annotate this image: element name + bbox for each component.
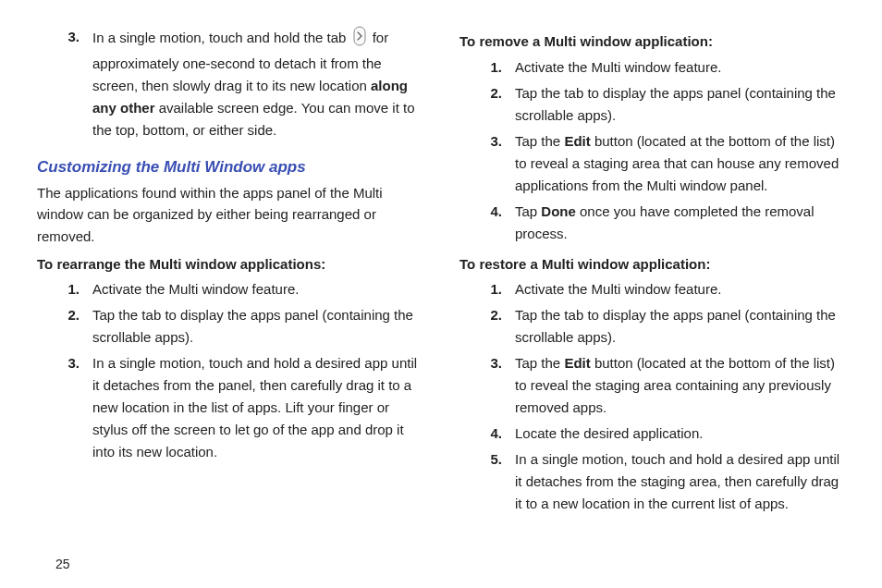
- step-number: 4.: [476, 423, 502, 445]
- step-text: Locate the desired application.: [515, 423, 845, 445]
- intro-paragraph: The applications found within the apps p…: [37, 182, 423, 247]
- step-text: Tap the Edit button (located at the bott…: [515, 130, 845, 197]
- step-text: Tap the tab to display the apps panel (c…: [515, 304, 845, 349]
- list-item: 2. Tap the tab to display the apps panel…: [476, 82, 845, 127]
- tab-handle-icon: [353, 26, 366, 53]
- svg-rect-0: [354, 27, 365, 45]
- step-text: Activate the Multi window feature.: [515, 56, 845, 79]
- section-heading-customizing: Customizing the Multi Window apps: [37, 158, 423, 177]
- step-number: 1.: [476, 56, 502, 79]
- step-number: 3.: [476, 130, 502, 197]
- step-number: 4.: [476, 201, 502, 245]
- continued-step-3: 3. In a single motion, touch and hold th…: [37, 26, 423, 141]
- step-text: In a single motion, touch and hold the t…: [92, 26, 423, 141]
- step-number: 2.: [476, 82, 502, 127]
- list-item: 3. In a single motion, touch and hold a …: [54, 352, 423, 463]
- page-columns: 3. In a single motion, touch and hold th…: [37, 26, 845, 519]
- list-item: 3. Tap the Edit button (located at the b…: [476, 130, 845, 197]
- step-number: 3.: [476, 352, 502, 419]
- left-column: 3. In a single motion, touch and hold th…: [37, 26, 423, 519]
- list-item: 3. Tap the Edit button (located at the b…: [476, 352, 845, 419]
- step-number: 5.: [476, 448, 502, 515]
- step-number: 1.: [54, 278, 80, 300]
- right-column: To remove a Multi window application: 1.…: [459, 26, 845, 519]
- step-text: Tap the tab to display the apps panel (c…: [92, 304, 423, 349]
- step-text: In a single motion, touch and hold a des…: [515, 448, 845, 515]
- list-item: 4. Tap Done once you have completed the …: [476, 201, 845, 245]
- step-text: Tap the tab to display the apps panel (c…: [515, 82, 845, 127]
- step-number: 3.: [54, 26, 80, 141]
- step-number: 2.: [476, 304, 502, 349]
- subheading-restore: To restore a Multi window application:: [459, 254, 845, 276]
- step-text: Activate the Multi window feature.: [92, 278, 423, 300]
- list-item: 1. Activate the Multi window feature.: [476, 278, 845, 300]
- step-text: In a single motion, touch and hold a des…: [92, 352, 423, 463]
- step-number: 1.: [476, 278, 502, 300]
- list-item: 4. Locate the desired application.: [476, 423, 845, 445]
- subheading-remove: To remove a Multi window application:: [459, 31, 845, 53]
- list-item: 2. Tap the tab to display the apps panel…: [54, 304, 423, 349]
- step-number: 2.: [54, 304, 80, 349]
- list-item: 2. Tap the tab to display the apps panel…: [476, 304, 845, 349]
- step-text: Tap the Edit button (located at the bott…: [515, 352, 845, 419]
- page-number: 25: [55, 557, 70, 571]
- step-number: 3.: [54, 352, 80, 463]
- subheading-rearrange: To rearrange the Multi window applicatio…: [37, 254, 423, 276]
- list-item: 1. Activate the Multi window feature.: [54, 278, 423, 300]
- step-text: Activate the Multi window feature.: [515, 278, 845, 300]
- step-text: Tap Done once you have completed the rem…: [515, 201, 845, 245]
- list-item: 5. In a single motion, touch and hold a …: [476, 448, 845, 515]
- list-item: 1. Activate the Multi window feature.: [476, 56, 845, 79]
